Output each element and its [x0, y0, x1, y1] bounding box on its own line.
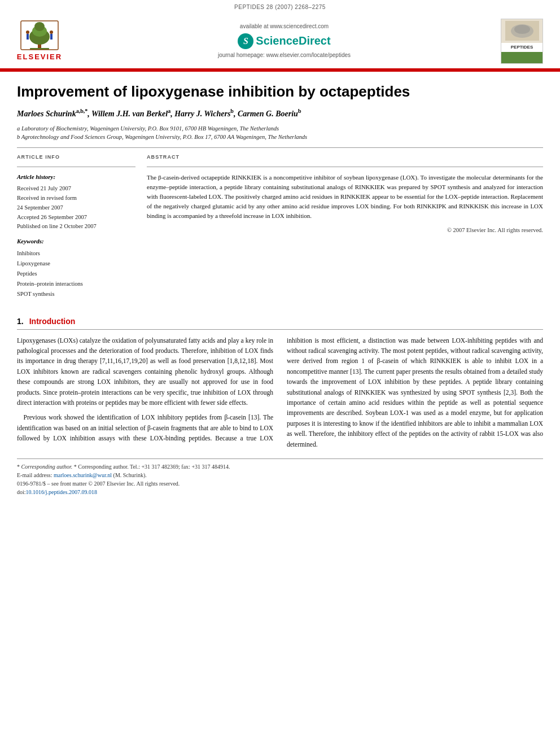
peptides-cover-label: PEPTIDES	[501, 43, 542, 52]
divider-info	[17, 167, 135, 167]
abstract-section-label: ABSTRACT	[147, 154, 543, 161]
footnote-doi: doi:10.1016/j.peptides.2007.09.018	[17, 488, 543, 496]
section-heading: Introduction	[29, 316, 76, 327]
journal-info: PEPTIDES 28 (2007) 2268–2275	[234, 4, 326, 10]
keywords-label: Keywords:	[17, 237, 135, 246]
keyword-1: Inhibitors	[17, 248, 135, 259]
svg-rect-6	[27, 34, 29, 40]
svg-rect-8	[50, 34, 53, 40]
doi-link[interactable]: 10.1016/j.peptides.2007.09.018	[26, 489, 97, 495]
article-title: Improvement of lipoxygenase inhibition b…	[17, 83, 543, 101]
header-center: available at www.sciencedirect.com S Sci…	[73, 23, 495, 60]
info-abstract-section: ARTICLE INFO Article history: Received 2…	[17, 154, 543, 299]
elsevier-logo: ELSEVIER	[11, 20, 68, 63]
received-revised-date: 24 September 2007	[17, 203, 135, 213]
keyword-3: Peptides	[17, 269, 135, 279]
article-info-section-label: ARTICLE INFO	[17, 154, 135, 161]
published-date: Published on line 2 October 2007	[17, 222, 135, 231]
elsevier-label: ELSEVIER	[17, 52, 62, 63]
received-date: Received 21 July 2007	[17, 184, 135, 194]
introduction-text: Lipoxygenases (LOXs) catalyze the oxidat…	[17, 335, 543, 449]
divider-1	[17, 147, 543, 148]
peptides-cover-image	[501, 19, 542, 43]
affiliation-a: a Laboratory of Biochemistry, Wageningen…	[17, 124, 543, 133]
journal-homepage: journal homepage: www.elsevier.com/locat…	[218, 51, 351, 60]
page-container: PEPTIDES 28 (2007) 2268–2275	[0, 0, 560, 747]
keyword-2: Lipoxygenase	[17, 259, 135, 269]
sciencedirect-logo: S ScienceDirect	[238, 33, 330, 49]
journal-header: ELSEVIER available at www.sciencedirect.…	[0, 14, 560, 69]
article-history-label: Article history:	[17, 173, 135, 182]
footnote-corresponding: * Corresponding author. * Corresponding …	[17, 462, 543, 471]
article-info-column: ARTICLE INFO Article history: Received 2…	[17, 154, 135, 299]
affiliations: a Laboratory of Biochemistry, Wageningen…	[17, 124, 543, 142]
email-person: (M. Schurink).	[113, 472, 147, 478]
accepted-date: Accepted 26 September 2007	[17, 213, 135, 222]
keyword-4: Protein–protein interactions	[17, 279, 135, 289]
sd-text: ScienceDirect	[256, 33, 330, 49]
footnote-email: E-mail address: marloes.schurink@wur.nl …	[17, 471, 543, 479]
peptides-cover-bottom	[501, 52, 542, 63]
footnote-issn: 0196-9781/$ – see front matter © 2007 El…	[17, 479, 543, 488]
affiliation-b: b Agrotechnology and Food Sciences Group…	[17, 133, 543, 142]
doi-label: doi:	[17, 489, 26, 495]
journal-metadata: PEPTIDES 28 (2007) 2268–2275	[0, 0, 560, 14]
intro-paragraph-1: Lipoxygenases (LOXs) catalyze the oxidat…	[17, 335, 273, 408]
svg-point-5	[26, 30, 29, 34]
svg-point-12	[514, 25, 530, 34]
intro-title-row: 1. Introduction	[17, 316, 543, 329]
abstract-copyright: © 2007 Elsevier Inc. All rights reserved…	[147, 226, 543, 234]
abstract-text: The β-casein-derived octapeptide RINKKIE…	[147, 173, 543, 221]
keyword-5: SPOT synthesis	[17, 289, 135, 299]
peptides-cover: PEPTIDES	[501, 19, 543, 64]
received-revised-label: Received in revised form	[17, 194, 135, 203]
footnote-section: * Corresponding author. * Corresponding …	[17, 458, 543, 496]
abstract-column: ABSTRACT The β-casein-derived octapeptid…	[147, 154, 543, 299]
elsevier-tree-icon	[20, 20, 59, 51]
main-content: Improvement of lipoxygenase inhibition b…	[0, 72, 560, 508]
introduction-section: 1. Introduction Lipoxygenases (LOXs) cat…	[17, 316, 543, 496]
keywords-list: Inhibitors Lipoxygenase Peptides Protein…	[17, 248, 135, 299]
divider-abstract	[147, 167, 543, 167]
available-text: available at www.sciencedirect.com	[240, 23, 329, 31]
sd-icon: S	[238, 33, 253, 49]
svg-point-7	[50, 30, 53, 34]
svg-point-4	[34, 22, 45, 31]
corresponding-label: * Corresponding author.	[17, 464, 74, 470]
corresponding-tel: * Corresponding author. Tel.: +31 317 48…	[74, 464, 230, 470]
email-label: E-mail address:	[17, 472, 52, 478]
section-number: 1.	[17, 316, 24, 327]
authors: Marloes Schurinka,b,*, Willem J.H. van B…	[17, 107, 543, 121]
email-link[interactable]: marloes.schurink@wur.nl	[54, 472, 112, 478]
